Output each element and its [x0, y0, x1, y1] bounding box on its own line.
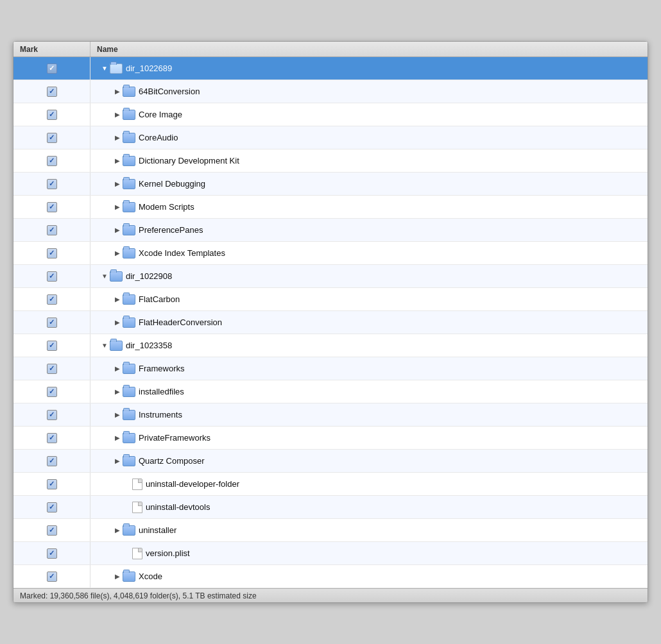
item-label: dir_1022908 [126, 271, 172, 281]
expand-collapse-icon[interactable]: ▶ [112, 365, 123, 372]
mark-cell: ✓ [13, 357, 90, 380]
expand-collapse-icon[interactable]: ▼ [99, 273, 110, 280]
file-icon [132, 502, 142, 513]
tree-row[interactable]: ✓▶Instruments [13, 403, 648, 427]
checkbox[interactable]: ✓ [47, 410, 57, 420]
tree-row[interactable]: ✓▶Xcode [13, 565, 648, 588]
tree-row[interactable]: ✓▶CoreAudio [13, 126, 648, 149]
name-cell: ▶PreferencePanes [90, 219, 648, 241]
expand-collapse-icon[interactable]: ▶ [112, 250, 123, 257]
expand-collapse-icon[interactable]: ▶ [112, 388, 123, 395]
item-label: Core Image [139, 110, 182, 119]
tree-row[interactable]: ✓▼dir_1022908 [13, 265, 648, 288]
checkbox[interactable]: ✓ [47, 271, 57, 282]
mark-cell: ✓ [13, 149, 90, 172]
tree-row[interactable]: ✓▶FlatHeaderConversion [13, 311, 648, 334]
mark-cell: ✓ [13, 380, 90, 403]
tree-row[interactable]: ✓▶uninstaller [13, 519, 648, 542]
checkbox[interactable]: ✓ [47, 179, 57, 189]
expand-collapse-icon[interactable]: ▶ [112, 157, 123, 164]
tree-row[interactable]: ✓▶Kernel Debugging [13, 173, 648, 196]
mark-cell: ✓ [13, 219, 90, 241]
name-cell: ▼dir_1022908 [90, 265, 648, 287]
checkbox[interactable]: ✓ [47, 110, 57, 120]
expand-collapse-icon[interactable]: ▶ [112, 319, 123, 326]
checkbox[interactable]: ✓ [47, 502, 57, 513]
folder-icon [123, 110, 135, 120]
checkbox[interactable]: ✓ [47, 318, 57, 328]
expand-collapse-icon[interactable]: ▶ [112, 226, 123, 233]
item-label: installedfiles [139, 387, 184, 396]
file-icon [132, 548, 142, 559]
checkbox[interactable]: ✓ [47, 525, 57, 536]
expand-collapse-icon[interactable]: ▶ [112, 527, 123, 534]
folder-icon [123, 133, 135, 143]
name-cell: ▶CoreAudio [90, 126, 648, 149]
mark-cell: ✓ [13, 403, 90, 426]
tree-row[interactable]: ✓▼dir_1022689 [13, 57, 648, 80]
tree-row[interactable]: ✓▶PrivateFrameworks [13, 427, 648, 450]
tree-row[interactable]: ✓▶FlatCarbon [13, 288, 648, 311]
name-cell: ▶Instruments [90, 403, 648, 426]
expand-collapse-icon[interactable]: ▶ [112, 88, 123, 95]
expand-collapse-icon[interactable]: ▶ [112, 573, 123, 580]
status-text: Marked: 19,360,586 file(s), 4,048,619 fo… [20, 591, 257, 600]
checkbox[interactable]: ✓ [47, 341, 57, 351]
expand-collapse-icon[interactable]: ▶ [112, 134, 123, 141]
expand-collapse-icon[interactable]: ▶ [112, 180, 123, 187]
checkbox[interactable]: ✓ [47, 202, 57, 212]
expand-collapse-icon[interactable]: ▼ [99, 65, 110, 72]
name-cell: ▶Frameworks [90, 357, 648, 380]
name-cell: ▶64BitConversion [90, 80, 648, 103]
folder-icon [110, 64, 123, 74]
checkbox[interactable]: ✓ [47, 133, 57, 143]
folder-icon [123, 525, 135, 536]
item-label: FlatCarbon [139, 294, 180, 304]
checkbox[interactable]: ✓ [47, 387, 57, 397]
item-label: PreferencePanes [139, 225, 203, 235]
mark-cell: ✓ [13, 265, 90, 287]
tree-row[interactable]: ✓▶PreferencePanes [13, 219, 648, 242]
tree-row[interactable]: ✓uninstall-developer-folder [13, 473, 648, 496]
checkbox[interactable]: ✓ [47, 364, 57, 374]
checkbox[interactable]: ✓ [47, 572, 57, 582]
expand-collapse-icon[interactable]: ▶ [112, 457, 123, 464]
expand-collapse-icon[interactable]: ▶ [112, 434, 123, 441]
tree-row[interactable]: ✓▶installedfiles [13, 380, 648, 403]
tree-row[interactable]: ✓▶Core Image [13, 103, 648, 126]
tree-row[interactable]: ✓▶64BitConversion [13, 80, 648, 103]
checkbox[interactable]: ✓ [47, 156, 57, 166]
mark-cell: ✓ [13, 450, 90, 472]
item-label: Quartz Composer [139, 456, 205, 466]
checkbox[interactable]: ✓ [47, 225, 57, 235]
checkbox[interactable]: ✓ [47, 433, 57, 443]
expand-collapse-icon[interactable]: ▼ [99, 342, 110, 349]
item-label: 64BitConversion [139, 87, 200, 96]
item-label: dir_1023358 [126, 341, 172, 350]
checkbox[interactable]: ✓ [47, 548, 57, 559]
tree-row[interactable]: ✓▼dir_1023358 [13, 334, 648, 357]
name-cell: ▶PrivateFrameworks [90, 427, 648, 449]
checkbox[interactable]: ✓ [47, 456, 57, 466]
checkbox[interactable]: ✓ [47, 87, 57, 97]
checkbox[interactable]: ✓ [47, 294, 57, 305]
tree-row[interactable]: ✓version.plist [13, 542, 648, 565]
expand-collapse-icon[interactable]: ▶ [112, 111, 123, 118]
checkbox[interactable]: ✓ [47, 248, 57, 258]
checkbox[interactable]: ✓ [47, 64, 57, 74]
name-cell: ▼dir_1022689 [90, 57, 648, 80]
expand-collapse-icon[interactable]: ▶ [112, 411, 123, 418]
expand-collapse-icon[interactable]: ▶ [112, 203, 123, 210]
main-window: Mark Name ✓▼dir_1022689✓▶64BitConversion… [13, 41, 648, 603]
expand-collapse-icon[interactable]: ▶ [112, 296, 123, 303]
tree-row[interactable]: ✓▶Dictionary Development Kit [13, 149, 648, 173]
mark-cell: ✓ [13, 565, 90, 588]
tree-row[interactable]: ✓▶Frameworks [13, 357, 648, 380]
tree-row[interactable]: ✓uninstall-devtools [13, 496, 648, 519]
tree-row[interactable]: ✓▶Modem Scripts [13, 196, 648, 219]
checkbox[interactable]: ✓ [47, 479, 57, 489]
name-cell: ▶installedfiles [90, 380, 648, 403]
tree-row[interactable]: ✓▶Quartz Composer [13, 450, 648, 473]
tree-row[interactable]: ✓▶Xcode Index Templates [13, 242, 648, 265]
item-label: FlatHeaderConversion [139, 318, 222, 327]
